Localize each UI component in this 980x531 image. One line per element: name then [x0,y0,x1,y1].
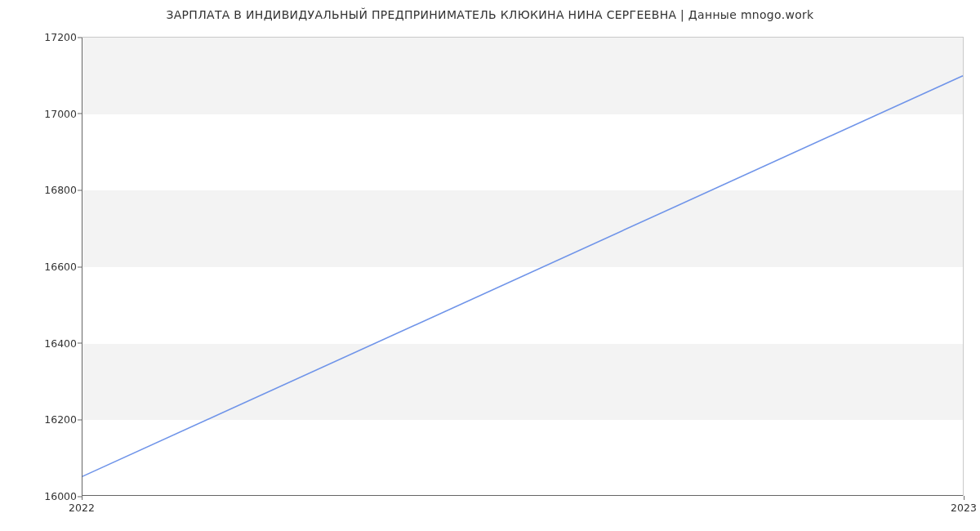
x-tick-label: 2023 [951,502,977,514]
y-tick-label: 16000 [3,490,77,502]
line-layer [82,38,963,496]
chart-title: ЗАРПЛАТА В ИНДИВИДУАЛЬНЫЙ ПРЕДПРИНИМАТЕЛ… [0,8,980,21]
y-tick-label: 16200 [3,413,77,426]
salary-line-chart: ЗАРПЛАТА В ИНДИВИДУАЛЬНЫЙ ПРЕДПРИНИМАТЕЛ… [0,0,980,531]
y-axis-spine [82,38,82,496]
y-tick-label: 16600 [3,261,77,273]
y-tick-label: 17200 [3,31,77,43]
y-tick-label: 16800 [3,184,77,196]
x-axis-spine [82,495,963,496]
y-tick-label: 17000 [3,107,77,119]
series-line [82,76,963,477]
x-tick-label: 2022 [69,502,95,514]
y-tick-label: 16400 [3,337,77,349]
plot-area [82,37,964,496]
